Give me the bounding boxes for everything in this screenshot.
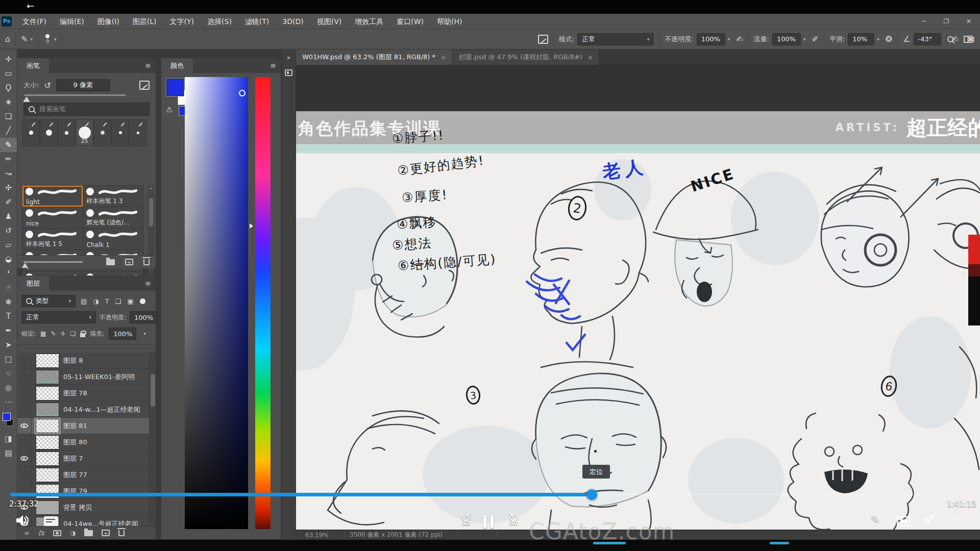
menu-item[interactable]: 3D(D) <box>276 14 310 29</box>
layer-row[interactable]: 图层 7 <box>17 450 149 467</box>
quick-mask-button[interactable]: ◨ <box>0 432 17 446</box>
lock-pixels-icon[interactable]: ✎ <box>51 330 56 337</box>
layer-filter-select[interactable]: 类型 ▾ <box>21 295 76 307</box>
minimize-button[interactable]: ─ <box>913 14 935 29</box>
home-icon[interactable]: ⌂ <box>5 34 10 44</box>
art-brush-tool[interactable]: ✐ <box>0 195 17 209</box>
more-options-icon[interactable]: ⋯ <box>948 511 961 524</box>
visibility-toggle-empty[interactable] <box>21 374 28 380</box>
lock-position-icon[interactable]: ✛ <box>60 330 65 337</box>
recent-brush-preset[interactable] <box>94 120 111 145</box>
menu-item[interactable]: 滤镜(T) <box>238 14 276 29</box>
filter-pixel-layers-icon[interactable]: ▤ <box>81 297 87 305</box>
menu-item[interactable]: 窗口(W) <box>390 14 430 29</box>
history-brush-tool[interactable]: ↺ <box>0 223 17 238</box>
visibility-toggle-empty[interactable] <box>21 358 28 363</box>
panel-menu-icon[interactable]: ≡ <box>270 58 276 73</box>
smudge-tool[interactable]: ☝ <box>0 281 17 295</box>
lasso-tool[interactable]: Ǫ <box>0 81 17 95</box>
filter-shape-layers-icon[interactable]: ❏ <box>115 297 121 305</box>
move-tool[interactable]: ✛ <box>0 52 17 66</box>
brush-preset-item[interactable]: 样本画笔 1 3 <box>83 186 143 207</box>
layer-row[interactable]: 04-14we...号超正经老闻 <box>17 516 149 526</box>
video-progress-remaining[interactable] <box>592 494 972 495</box>
filter-smart-objects-icon[interactable]: ▣ <box>127 297 133 305</box>
brushes-tab[interactable]: 画笔 <box>17 58 49 73</box>
quick-selection-tool[interactable]: ✬ <box>0 95 17 109</box>
menu-item[interactable]: 视图(V) <box>310 14 349 29</box>
eyedropper-tool[interactable]: ╱ <box>0 123 17 138</box>
visibility-toggle-empty[interactable] <box>21 390 28 396</box>
layer-thumbnail[interactable] <box>36 468 59 482</box>
layer-fill-field[interactable]: 100% <box>109 328 136 340</box>
filter-toggle-icon[interactable] <box>140 298 145 304</box>
brush-settings-toggle-icon[interactable] <box>538 35 548 44</box>
lock-all-icon[interactable] <box>80 333 85 337</box>
menu-item[interactable]: 图像(I) <box>91 14 126 29</box>
visibility-eye-icon[interactable] <box>20 456 28 461</box>
chevron-down-icon[interactable]: ▾ <box>54 37 57 42</box>
brush-preset-item[interactable]: Chalk 1 <box>83 229 143 249</box>
eraser-tool[interactable]: ▱ <box>0 238 17 252</box>
smoothing-field[interactable]: 10% <box>848 33 874 45</box>
picture-in-picture-icon[interactable] <box>897 516 911 526</box>
crop-tool[interactable]: ❏ <box>0 109 17 123</box>
volume-icon[interactable] <box>15 514 30 528</box>
opacity-pressure-icon[interactable]: ✍ <box>736 34 743 44</box>
link-layers-icon[interactable]: ∞ <box>24 529 30 537</box>
layer-thumbnail[interactable] <box>36 354 59 367</box>
recent-brush-preset[interactable] <box>22 120 39 145</box>
blend-mode-select[interactable]: 正常 ▾ <box>577 33 654 45</box>
brush-search-input[interactable]: 搜索画笔 <box>23 103 150 116</box>
foreground-color-swatch[interactable] <box>166 79 184 96</box>
brush-size-field[interactable]: 9 像素 <box>56 79 110 91</box>
layer-thumbnail[interactable] <box>36 419 59 433</box>
scrollbar-thumb[interactable] <box>149 198 153 227</box>
hand-tool[interactable]: ☜ <box>0 366 17 381</box>
notes-pencil-icon[interactable]: ✎ <box>870 513 879 525</box>
close-tab-icon[interactable]: × <box>440 54 446 61</box>
mixer-brush-tool[interactable]: ✣ <box>0 181 17 195</box>
close-button[interactable]: ✕ <box>958 14 980 29</box>
filter-adjustment-layers-icon[interactable]: ◑ <box>93 297 99 305</box>
layer-style-icon[interactable]: fx <box>38 529 44 537</box>
screen-mode-button[interactable]: ▤ <box>0 446 17 460</box>
foreground-background-swatches[interactable] <box>0 410 17 432</box>
panel-menu-icon[interactable]: ≡ <box>145 276 151 291</box>
pencil-tool[interactable]: ✏ <box>0 152 17 166</box>
layer-blend-mode-select[interactable]: 正常 ▾ <box>21 311 96 323</box>
pen-tool[interactable]: ✒ <box>0 323 17 338</box>
rewind-10-button[interactable]: ↺ 10 <box>456 512 476 531</box>
exit-fullscreen-icon[interactable] <box>923 513 936 527</box>
path-select-tool[interactable]: ➤ <box>0 338 17 352</box>
progress-handle[interactable] <box>586 489 597 500</box>
foreground-color-swatch[interactable] <box>3 413 11 421</box>
flow-field[interactable]: 100% <box>772 33 801 45</box>
recent-brush-preset[interactable] <box>130 120 146 145</box>
add-mask-icon[interactable] <box>53 530 61 536</box>
layer-thumbnail[interactable] <box>36 387 59 400</box>
delete-brush-icon[interactable] <box>143 259 150 265</box>
chevron-down-icon[interactable]: ▾ <box>31 37 33 42</box>
brush-preset-item[interactable]: nice <box>22 207 83 228</box>
brush-preset-item[interactable]: 辉光笔 (滤色/... <box>83 207 143 228</box>
sponge-tool[interactable]: ❋ <box>0 295 17 309</box>
brush-preset-picker[interactable]: 9 <box>45 34 50 44</box>
visibility-toggle-empty[interactable] <box>21 472 28 478</box>
layer-row[interactable]: 图层 77 <box>17 467 149 483</box>
saturation-brightness-picker[interactable] <box>185 77 248 529</box>
new-group-icon[interactable] <box>84 530 93 536</box>
type-tool[interactable]: T <box>0 309 17 323</box>
collapsed-panel-icon[interactable] <box>285 69 292 76</box>
more-tools-button[interactable]: ⋯ <box>0 395 17 409</box>
layer-row[interactable]: 图层 80 <box>17 434 149 450</box>
danmaku-icon[interactable] <box>44 516 58 526</box>
marquee-tool[interactable]: ▭ <box>0 66 17 81</box>
layer-thumbnail[interactable] <box>36 403 59 416</box>
color-tab[interactable]: 颜色 <box>161 58 193 73</box>
airbrush-icon[interactable]: ✐ <box>812 34 819 44</box>
panel-menu-icon[interactable]: ≡ <box>145 58 151 73</box>
opacity-field[interactable]: 100% <box>697 33 725 45</box>
menu-item[interactable]: 编辑(E) <box>53 14 91 29</box>
back-arrow-icon[interactable]: ← <box>27 1 34 11</box>
